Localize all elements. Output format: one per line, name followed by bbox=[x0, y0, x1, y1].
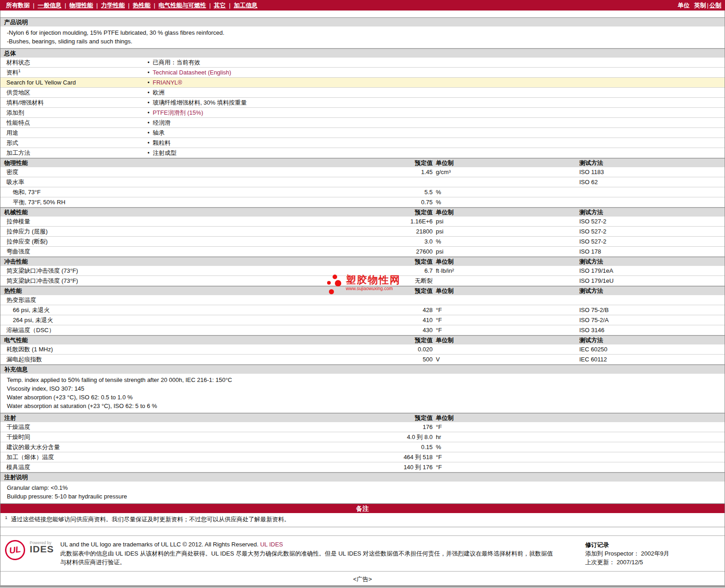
property-unit: °F bbox=[433, 424, 579, 430]
nav-separator: | bbox=[32, 2, 35, 9]
property-value: 3.0 bbox=[282, 238, 433, 245]
property-unit: ft·lb/in² bbox=[433, 267, 579, 274]
section-injection: 注射预定值单位制干燥温度176°F干燥时间4.0 到 8.0hr建议的最大水分含… bbox=[0, 413, 725, 472]
property-value: 6.7 bbox=[282, 267, 433, 274]
property-row: 吸水率ISO 62 bbox=[0, 177, 725, 187]
section-header-product-description: 产品说明 bbox=[0, 17, 725, 26]
property-value: 140 到 176 bbox=[282, 463, 433, 471]
text-line: Buildup pressure: 5-10 bar hydraulic pre… bbox=[0, 492, 725, 501]
item-value-link[interactable]: FRIANYL® bbox=[153, 79, 182, 86]
property-row: 建议的最大水分含量0.15% bbox=[0, 442, 725, 452]
section-additional: 补充信息Temp. index applied to 50% falling o… bbox=[0, 365, 725, 413]
property-label: 建议的最大水分含量 bbox=[0, 443, 282, 451]
nav-tab-5[interactable]: 电气性能与可燃性 bbox=[156, 1, 208, 10]
property-unit: % bbox=[433, 444, 579, 450]
units-switcher: 单位 英制 | 公制 bbox=[678, 1, 721, 10]
ides-logo-text: IDES bbox=[30, 544, 54, 555]
property-row: 溶融温度（DSC）430°FISO 3146 bbox=[0, 325, 725, 335]
item-value: 欧洲 bbox=[153, 89, 164, 97]
property-row: 饱和, 73°F5.5% bbox=[0, 187, 725, 197]
property-row: 平衡, 73°F, 50% RH0.75% bbox=[0, 197, 725, 207]
column-header-test: 测试方法 bbox=[579, 258, 725, 266]
property-test: ISO 75-2/B bbox=[579, 307, 725, 313]
text-line: Granular clamp: <0.1% bbox=[0, 483, 725, 492]
list-item: 资料1•Technical Datasheet (English) bbox=[0, 68, 725, 78]
property-value: 27600 bbox=[282, 248, 433, 255]
property-unit: psi bbox=[433, 228, 579, 235]
list-item[interactable]: Search for UL Yellow Card•FRIANYL® bbox=[0, 78, 725, 88]
section-header-thermal: 热性能预定值单位制测试方法 bbox=[0, 286, 725, 295]
list-item: 形式•颗粒料 bbox=[0, 138, 725, 148]
property-unit: °F bbox=[433, 317, 579, 323]
property-label: 拉伸应力 (屈服) bbox=[0, 228, 282, 236]
nav-separator: | bbox=[228, 2, 231, 9]
column-header-test: 测试方法 bbox=[579, 159, 725, 167]
unit-metric-button[interactable]: 公制 bbox=[709, 1, 721, 10]
ul-logo-icon: UL bbox=[4, 539, 26, 562]
section-title: 补充信息 bbox=[0, 366, 28, 374]
ides-logo: Powered by IDES bbox=[30, 540, 54, 555]
bullet-icon: • bbox=[148, 59, 149, 66]
section-header-electrical: 电气性能预定值单位制测试方法 bbox=[0, 335, 725, 344]
property-label: 耗散因数 (1 MHz) bbox=[0, 345, 282, 354]
nav-tab-6[interactable]: 其它 bbox=[212, 1, 228, 10]
property-label: 吸水率 bbox=[0, 178, 282, 186]
item-value: 轴承 bbox=[153, 129, 164, 137]
item-label: 添加剂 bbox=[0, 109, 148, 117]
section-header-injection: 注射预定值单位制 bbox=[0, 413, 725, 422]
item-label: 用途 bbox=[0, 129, 148, 137]
nav-tab-3[interactable]: 力学性能 bbox=[99, 1, 127, 10]
property-row: 耗散因数 (1 MHz)0.020IEC 60250 bbox=[0, 344, 725, 355]
section-header-mechanical: 机械性能预定值单位制测试方法 bbox=[0, 207, 725, 217]
property-value: 464 到 518 bbox=[282, 453, 433, 461]
nav-tab-0[interactable]: 所有数据 bbox=[4, 1, 32, 10]
item-value-link[interactable]: PTFE润滑剂 (15%) bbox=[153, 109, 203, 117]
property-label: 加工（熔体）温度 bbox=[0, 453, 282, 461]
property-label: 简支梁缺口冲击强度 (73°F) bbox=[0, 277, 282, 285]
property-test: ISO 527-2 bbox=[579, 238, 725, 245]
section-text-body: -Nylon 6 for injection moulding, 15% PTF… bbox=[0, 26, 725, 48]
nav-tab-4[interactable]: 热性能 bbox=[131, 1, 153, 10]
property-label: 漏电起痕指数 bbox=[0, 355, 282, 364]
property-label: 溶融温度（DSC） bbox=[0, 326, 282, 334]
property-test: ISO 75-2/A bbox=[579, 317, 725, 323]
top-navbar: 所有数据|一般信息|物理性能|力学性能|热性能|电气性能与可燃性|其它|加工信息… bbox=[0, 0, 725, 11]
property-row: 干燥温度176°F bbox=[0, 422, 725, 432]
column-header-value: 预定值 bbox=[282, 414, 433, 422]
section-header-additional: 补充信息 bbox=[0, 365, 725, 374]
section-header-physical: 物理性能预定值单位制测试方法 bbox=[0, 158, 725, 167]
nav-tab-7[interactable]: 加工信息 bbox=[232, 1, 260, 10]
bullet-icon: • bbox=[148, 120, 149, 126]
property-unit: °F bbox=[433, 307, 579, 313]
bullet-icon: • bbox=[148, 150, 149, 156]
section-title: 注射 bbox=[0, 414, 282, 422]
revision-updated-line: 上次更新： 2007/12/5 bbox=[585, 558, 720, 567]
column-header-unit: 单位制 bbox=[433, 208, 579, 217]
property-label: 干燥温度 bbox=[0, 423, 282, 431]
property-label: 弯曲强度 bbox=[0, 248, 282, 256]
nav-tab-2[interactable]: 物理性能 bbox=[67, 1, 95, 10]
unit-imperial-button[interactable]: 英制 bbox=[694, 1, 706, 10]
property-row: 密度1.45g/cm³ISO 1183 bbox=[0, 167, 725, 177]
top-gap bbox=[0, 11, 725, 17]
property-unit: psi bbox=[433, 248, 579, 255]
column-header-unit: 单位制 bbox=[433, 414, 579, 422]
section-title: 物理性能 bbox=[0, 159, 282, 167]
nav-separator: | bbox=[153, 2, 156, 9]
property-test: ISO 527-2 bbox=[579, 218, 725, 225]
bullet-icon: • bbox=[148, 140, 149, 146]
property-row: 拉伸应力 (屈服)21800psiISO 527-2 bbox=[0, 227, 725, 237]
list-item: 材料状态•已商用：当前有效 bbox=[0, 58, 725, 68]
ul-ides-link[interactable]: UL IDES bbox=[260, 541, 283, 548]
notes-banner: 备注 bbox=[0, 503, 725, 513]
section-title: 机械性能 bbox=[0, 208, 282, 217]
section-mechanical: 机械性能预定值单位制测试方法拉伸模量1.16E+6psiISO 527-2拉伸应… bbox=[0, 207, 725, 257]
property-row: 264 psi, 未退火410°FISO 75-2/A bbox=[0, 315, 725, 325]
item-value-link[interactable]: Technical Datasheet (English) bbox=[153, 69, 231, 76]
property-label: 干燥时间 bbox=[0, 433, 282, 441]
property-label: 模具温度 bbox=[0, 463, 282, 471]
property-row: 简支梁缺口冲击强度 (73°F)无断裂ISO 179/1eU bbox=[0, 276, 725, 286]
property-row: 干燥时间4.0 到 8.0hr bbox=[0, 432, 725, 442]
nav-tab-1[interactable]: 一般信息 bbox=[35, 1, 64, 10]
item-label: Search for UL Yellow Card bbox=[0, 79, 148, 86]
